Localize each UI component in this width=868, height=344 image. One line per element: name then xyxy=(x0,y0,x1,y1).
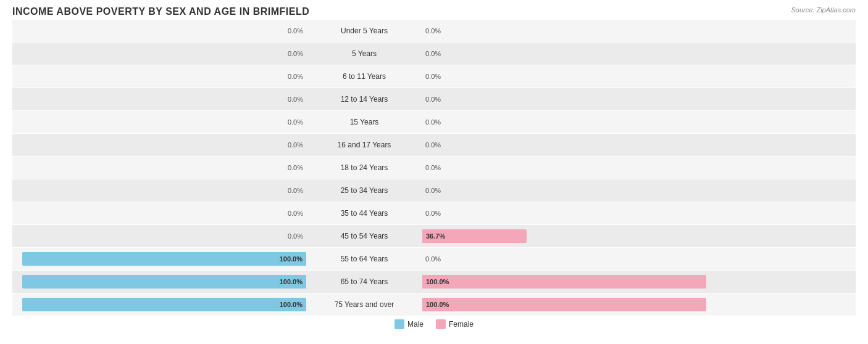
female-value: 0.0% xyxy=(425,96,441,103)
right-section: 0.0% xyxy=(420,157,716,179)
legend-female: Female xyxy=(436,319,474,329)
legend-female-box xyxy=(436,319,446,329)
bar-row: 0.0% 16 and 17 Years 0.0% xyxy=(12,134,856,156)
age-label: 65 to 74 Years xyxy=(309,277,420,286)
male-value-inside: 100.0% xyxy=(280,301,306,308)
age-label: 35 to 44 Years xyxy=(309,209,420,218)
right-section: 0.0% xyxy=(420,43,716,65)
male-value: 0.0% xyxy=(288,187,303,194)
bar-row: 0.0% 25 to 34 Years 0.0% xyxy=(12,179,856,202)
bar-row: 0.0% 35 to 44 Years 0.0% xyxy=(12,202,856,224)
female-value: 0.0% xyxy=(425,255,441,263)
male-bar: 100.0% xyxy=(22,252,306,266)
age-label: 6 to 11 Years xyxy=(309,72,420,81)
right-section: 0.0% xyxy=(420,88,716,110)
male-value: 0.0% xyxy=(288,73,303,80)
male-value: 0.0% xyxy=(288,232,303,240)
age-label: 18 to 24 Years xyxy=(309,163,420,172)
bar-row: 0.0% 12 to 14 Years 0.0% xyxy=(12,88,856,110)
female-value-inside: 100.0% xyxy=(422,301,449,308)
source-text: Source: ZipAtlas.com xyxy=(791,6,856,14)
right-section: 0.0% xyxy=(420,111,716,133)
male-value: 0.0% xyxy=(288,118,303,126)
left-section: 0.0% xyxy=(12,111,309,133)
bar-row: 0.0% 45 to 54 Years 36.7% xyxy=(12,225,856,247)
right-section: 100.0% xyxy=(420,293,716,316)
age-label: 25 to 34 Years xyxy=(309,186,420,195)
female-value: 0.0% xyxy=(425,27,441,35)
female-value: 0.0% xyxy=(425,73,441,80)
male-value-inside: 100.0% xyxy=(280,255,306,263)
male-value: 0.0% xyxy=(288,27,303,35)
age-label: 12 to 14 Years xyxy=(309,95,420,104)
female-value: 0.0% xyxy=(425,50,441,57)
right-section: 0.0% xyxy=(420,179,716,202)
left-section: 0.0% xyxy=(12,134,309,156)
left-section: 0.0% xyxy=(12,20,309,42)
right-section: 0.0% xyxy=(420,248,716,270)
female-value: 0.0% xyxy=(425,210,441,217)
left-section: 0.0% xyxy=(12,88,309,110)
chart-title: INCOME ABOVE POVERTY BY SEX AND AGE IN B… xyxy=(12,6,856,17)
left-section: 0.0% xyxy=(12,202,309,224)
left-section: 0.0% xyxy=(12,65,309,88)
legend-male: Male xyxy=(394,319,424,329)
right-section: 0.0% xyxy=(420,20,716,42)
chart-area: 0.0% Under 5 Years 0.0% 0.0% 5 Years 0.0… xyxy=(12,20,856,316)
legend-female-label: Female xyxy=(449,320,474,329)
bar-row: 0.0% 18 to 24 Years 0.0% xyxy=(12,157,856,179)
bar-row: 100.0% 55 to 64 Years 0.0% xyxy=(12,248,856,270)
male-value-inside: 100.0% xyxy=(280,278,306,285)
female-value: 0.0% xyxy=(425,118,441,126)
bar-row: 0.0% 6 to 11 Years 0.0% xyxy=(12,65,856,88)
bar-row: 0.0% 15 Years 0.0% xyxy=(12,111,856,133)
right-section: 0.0% xyxy=(420,134,716,156)
age-label: Under 5 Years xyxy=(309,27,420,35)
legend-male-box xyxy=(394,319,404,329)
left-section: 0.0% xyxy=(12,157,309,179)
left-section: 100.0% xyxy=(12,248,309,270)
female-bar: 36.7% xyxy=(422,229,527,243)
bar-row: 0.0% Under 5 Years 0.0% xyxy=(12,20,856,42)
male-value: 0.0% xyxy=(288,164,303,171)
female-value: 0.0% xyxy=(425,187,441,194)
right-section: 36.7% xyxy=(420,225,716,247)
left-section: 100.0% xyxy=(12,293,309,316)
age-label: 55 to 64 Years xyxy=(309,255,420,263)
female-value: 0.0% xyxy=(425,164,441,171)
male-value: 0.0% xyxy=(288,96,303,103)
bar-row: 100.0% 75 Years and over 100.0% xyxy=(12,293,856,316)
age-label: 16 and 17 Years xyxy=(309,141,420,149)
female-value: 0.0% xyxy=(425,141,441,149)
legend: Male Female xyxy=(12,319,856,329)
male-value: 0.0% xyxy=(288,50,303,57)
male-value: 0.0% xyxy=(288,210,303,217)
female-value-inside: 100.0% xyxy=(422,278,449,285)
right-section: 0.0% xyxy=(420,202,716,224)
age-label: 15 Years xyxy=(309,118,420,126)
bar-row: 0.0% 5 Years 0.0% xyxy=(12,43,856,65)
female-value-inside: 36.7% xyxy=(422,232,445,240)
age-label: 75 Years and over xyxy=(309,300,420,309)
left-section: 0.0% xyxy=(12,43,309,65)
chart-container: INCOME ABOVE POVERTY BY SEX AND AGE IN B… xyxy=(0,0,868,344)
right-section: 100.0% xyxy=(420,271,716,293)
left-section: 0.0% xyxy=(12,179,309,202)
legend-male-label: Male xyxy=(407,320,424,329)
male-bar: 100.0% xyxy=(22,275,306,289)
age-label: 5 Years xyxy=(309,49,420,58)
right-section: 0.0% xyxy=(420,65,716,88)
age-label: 45 to 54 Years xyxy=(309,232,420,240)
left-section: 100.0% xyxy=(12,271,309,293)
male-value: 0.0% xyxy=(288,141,303,149)
female-bar: 100.0% xyxy=(422,275,706,289)
left-section: 0.0% xyxy=(12,225,309,247)
male-bar: 100.0% xyxy=(22,298,306,311)
bar-row: 100.0% 65 to 74 Years 100.0% xyxy=(12,271,856,293)
female-bar: 100.0% xyxy=(422,298,706,311)
